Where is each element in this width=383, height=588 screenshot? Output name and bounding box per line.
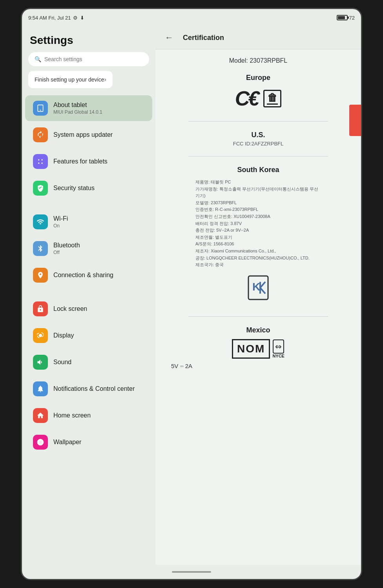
- wifi-text: Wi-Fi On: [53, 215, 144, 229]
- south-korea-title: South Korea: [171, 166, 345, 174]
- notifications-label: Notifications & Control center: [53, 385, 144, 392]
- weee-line: [267, 103, 278, 105]
- home-indicator: [172, 571, 211, 573]
- tablet-icon: [33, 101, 48, 116]
- content-header: ← Certification: [155, 26, 361, 49]
- sidebar-item-wifi[interactable]: Wi-Fi On: [25, 209, 152, 235]
- sidebar: Settings 🔍 Finish setting up your device…: [22, 26, 155, 565]
- wifi-sublabel: On: [53, 223, 144, 229]
- sound-label: Sound: [53, 359, 144, 366]
- search-bar[interactable]: 🔍: [28, 52, 149, 66]
- weee-symbol: 🗑: [263, 90, 281, 107]
- battery-percent: 72: [349, 15, 355, 21]
- security-status-text: Security status: [53, 185, 144, 192]
- us-section: U.S. FCC ID:2AFZZRPBFL: [233, 131, 284, 147]
- connection-icon: [33, 268, 48, 283]
- status-right: 72: [337, 15, 355, 21]
- nyce-text: NYCE: [272, 354, 285, 358]
- about-tablet-text: About tablet MIUI Pad Global 14.0.1: [53, 102, 144, 115]
- content-title: Certification: [183, 34, 224, 42]
- search-icon: 🔍: [35, 56, 41, 62]
- red-accent-decoration: [349, 105, 361, 136]
- sidebar-item-connection-sharing[interactable]: Connection & sharing: [25, 262, 152, 288]
- bottom-bar: [22, 565, 361, 579]
- display-label: Display: [53, 332, 144, 339]
- sidebar-item-features-for-tablets[interactable]: Features for tablets: [25, 149, 152, 174]
- bluetooth-icon: [33, 241, 48, 256]
- korea-details: 제품명: 태블릿 PC 가가재명청: 특정소출력 무선기기(무선데이터통신시스템…: [195, 179, 321, 269]
- sidebar-item-lock-screen[interactable]: Lock screen: [25, 296, 152, 322]
- sound-icon: [33, 355, 48, 370]
- bluetooth-label: Bluetooth: [53, 242, 144, 249]
- battery-icon: [337, 15, 348, 20]
- features-for-tablets-text: Features for tablets: [53, 158, 144, 165]
- settings-status-icon: ⚙: [73, 15, 78, 21]
- ce-mark: C€ 🗑: [171, 87, 345, 110]
- wifi-label: Wi-Fi: [53, 215, 144, 222]
- nyce-box: ⇔ NYCE: [272, 339, 285, 358]
- main-area: Settings 🔍 Finish setting up your device…: [22, 26, 361, 565]
- fcc-id: FCC ID:2AFZZRPBFL: [233, 141, 284, 147]
- sidebar-item-notifications[interactable]: Notifications & Control center: [25, 376, 152, 402]
- battery-fill: [338, 16, 345, 19]
- sidebar-item-home-screen[interactable]: Home screen: [25, 403, 152, 428]
- mexico-section: Mexico NOM ⇔ NYCE 5V ⎓ 2A: [171, 326, 345, 369]
- bluetooth-text: Bluetooth Off: [53, 242, 144, 255]
- shield-icon: [33, 181, 48, 196]
- features-for-tablets-label: Features for tablets: [53, 158, 144, 165]
- europe-title: Europe: [171, 74, 345, 82]
- status-bar: 9:54 AM Fri, Jul 21 ⚙ ⬇ 72: [22, 9, 361, 26]
- sidebar-item-sound[interactable]: Sound: [25, 349, 152, 375]
- security-status-label: Security status: [53, 185, 144, 192]
- sidebar-item-display[interactable]: Display: [25, 323, 152, 348]
- sidebar-item-wallpaper[interactable]: Wallpaper: [25, 429, 152, 455]
- wallpaper-icon: [33, 435, 48, 450]
- weee-bin-icon: 🗑: [267, 93, 277, 103]
- model-text: Model: 23073RPBFL: [229, 57, 288, 64]
- sidebar-item-about-tablet[interactable]: About tablet MIUI Pad Global 14.0.1: [25, 95, 152, 121]
- back-button[interactable]: ←: [163, 31, 175, 44]
- system-apps-updater-text: System apps updater: [53, 131, 144, 138]
- nyce-arrows-icon: ⇔: [273, 339, 284, 354]
- sound-text: Sound: [53, 359, 144, 366]
- notification-icon: [33, 381, 48, 396]
- wallpaper-label: Wallpaper: [53, 439, 144, 446]
- home-icon: [33, 408, 48, 423]
- sidebar-item-security-status[interactable]: Security status: [25, 175, 152, 201]
- us-title: U.S.: [233, 131, 284, 139]
- finish-setup-button[interactable]: Finish setting up your device ›: [28, 71, 113, 88]
- connection-sharing-label: Connection & sharing: [53, 272, 144, 279]
- connection-sharing-text: Connection & sharing: [53, 272, 144, 279]
- status-left: 9:54 AM Fri, Jul 21 ⚙ ⬇: [28, 15, 84, 21]
- notifications-text: Notifications & Control center: [53, 385, 144, 392]
- lock-screen-text: Lock screen: [53, 305, 144, 312]
- wallpaper-text: Wallpaper: [53, 439, 144, 446]
- display-icon: [33, 328, 48, 343]
- chevron-right-icon: ›: [104, 76, 106, 83]
- svg-point-2: [38, 159, 39, 160]
- home-screen-label: Home screen: [53, 412, 144, 419]
- sidebar-item-system-apps-updater[interactable]: System apps updater: [25, 122, 152, 148]
- nom-logo: NOM: [232, 339, 270, 359]
- svg-point-5: [42, 163, 43, 164]
- svg-point-1: [40, 110, 41, 111]
- display-text: Display: [53, 332, 144, 339]
- search-input[interactable]: [44, 56, 143, 62]
- lock-icon: [33, 301, 48, 316]
- svg-point-4: [38, 163, 39, 164]
- tablet-features-icon: [33, 154, 48, 169]
- kc-mark: K: [171, 274, 345, 301]
- system-apps-updater-label: System apps updater: [53, 131, 144, 138]
- europe-section: Europe C€ 🗑: [171, 74, 345, 112]
- sidebar-item-bluetooth[interactable]: Bluetooth Off: [25, 236, 152, 261]
- wifi-icon: [33, 214, 48, 229]
- power-rating: 5V ⎓ 2A: [171, 363, 345, 369]
- time-display: 9:54 AM Fri, Jul 21: [28, 15, 71, 21]
- korea-mexico-divider: [188, 316, 328, 317]
- bluetooth-sublabel: Off: [53, 250, 144, 255]
- tablet-frame: 9:54 AM Fri, Jul 21 ⚙ ⬇ 72 Settings 🔍 Fi…: [21, 8, 362, 580]
- lock-screen-label: Lock screen: [53, 305, 144, 312]
- south-korea-section: South Korea 제품명: 태블릿 PC 가가재명청: 특정소출력 무선기…: [171, 166, 345, 307]
- us-korea-divider: [188, 156, 328, 156]
- nom-area: NOM ⇔ NYCE: [171, 339, 345, 359]
